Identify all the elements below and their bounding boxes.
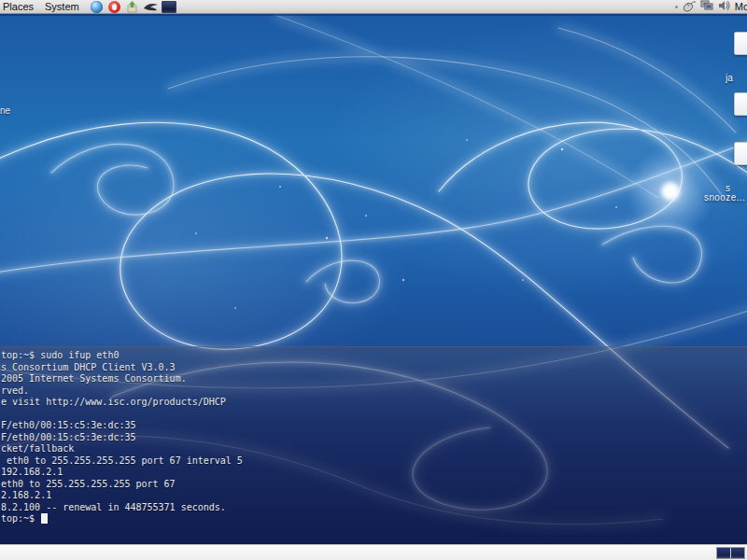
terminal-line bbox=[1, 409, 747, 421]
mouse-device-icon[interactable] bbox=[683, 0, 696, 14]
workspace-switcher bbox=[716, 547, 745, 559]
terminal-line: 8.2.100 -- renewal in 448755371 seconds. bbox=[1, 502, 747, 514]
panel-launchers bbox=[91, 0, 176, 13]
terminal-prompt-line: top:~$ bbox=[1, 513, 747, 525]
terminal-line: F/eth0/00:15:c5:3e:dc:35 bbox=[1, 420, 747, 432]
terminal-line: 2.168.2.1 bbox=[1, 490, 747, 502]
network-monitor-icon[interactable] bbox=[700, 0, 713, 13]
terminal-line: eth0 to 255.255.255.255 port 67 bbox=[1, 479, 747, 491]
terminal-line: rved. bbox=[1, 385, 747, 398]
menu-system[interactable]: System bbox=[39, 0, 85, 13]
file-icon bbox=[734, 32, 747, 55]
screenshot-terminal-icon[interactable] bbox=[162, 1, 176, 13]
bottom-panel bbox=[0, 544, 747, 560]
desktop-icon-2[interactable] bbox=[734, 92, 747, 116]
package-icon[interactable] bbox=[126, 1, 138, 13]
desktop-icon-label-fragment[interactable]: ne bbox=[0, 105, 10, 116]
desktop-icon-3[interactable]: s bbox=[734, 142, 747, 165]
terminal-line: eth0 to 255.255.255.255 port 67 interval… bbox=[1, 455, 747, 468]
top-panel: Places System bbox=[0, 0, 747, 14]
mail-bird-icon[interactable] bbox=[144, 1, 156, 13]
file-icon bbox=[734, 142, 747, 165]
terminal-line: top:~$ sudo ifup eth0 bbox=[1, 350, 747, 362]
clock[interactable]: Mo bbox=[735, 0, 747, 13]
terminal-line: cket/fallback bbox=[1, 443, 747, 455]
browser-globe-icon[interactable] bbox=[91, 1, 103, 13]
terminal-window[interactable]: top:~$ sudo ifup eth0 s Consortium DHCP … bbox=[0, 346, 747, 545]
workspace-2[interactable] bbox=[731, 548, 744, 558]
workspace-1[interactable] bbox=[717, 548, 730, 558]
terminal-line: s Consortium DHCP Client V3.0.3 bbox=[1, 362, 747, 374]
status-dot-icon[interactable] bbox=[675, 6, 678, 8]
opera-icon[interactable] bbox=[108, 1, 120, 13]
terminal-line: F/eth0/00:15:c5:3e:dc:35 bbox=[1, 432, 747, 444]
desktop-screen: ne ja s snooze... Places System bbox=[0, 0, 747, 560]
terminal-cursor bbox=[41, 513, 48, 524]
desktop-icon-label-snooze[interactable]: snooze... bbox=[704, 192, 745, 203]
file-icon bbox=[734, 92, 747, 116]
terminal-line: e visit http://www.isc.org/products/DHCP bbox=[1, 397, 747, 409]
desktop-icon-label: ja bbox=[726, 73, 733, 83]
panel-tray: Mo bbox=[675, 0, 747, 14]
desktop-icon-1[interactable]: ja bbox=[734, 32, 747, 55]
menu-places[interactable]: Places bbox=[0, 0, 39, 13]
volume-icon[interactable] bbox=[718, 0, 730, 13]
terminal-line: 192.168.2.1 bbox=[1, 467, 747, 479]
terminal-line: 2005 Internet Systems Consortium. bbox=[1, 373, 747, 385]
terminal-prompt: top:~$ bbox=[1, 513, 35, 524]
